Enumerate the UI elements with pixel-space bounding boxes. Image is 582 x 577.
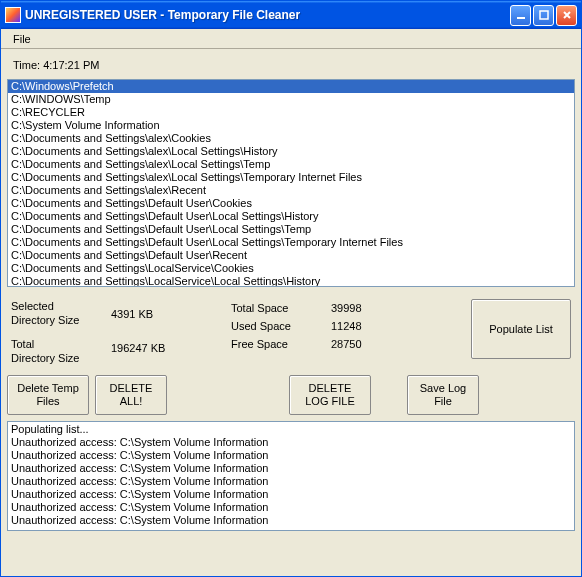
stats-values-left: 4391 KB 196247 KB <box>111 299 231 357</box>
save-log-file-button[interactable]: Save Log File <box>407 375 479 415</box>
log-line: Unauthorized access: C:\System Volume In… <box>11 449 571 462</box>
log-line: Unauthorized access: C:\System Volume In… <box>11 475 571 488</box>
list-item[interactable]: C:\Documents and Settings\alex\Local Set… <box>8 158 574 171</box>
list-item[interactable]: C:\Documents and Settings\Default User\L… <box>8 210 574 223</box>
log-line: Unauthorized access: C:\System Volume In… <box>11 514 571 527</box>
stats-labels-left: Selected Directory Size Total Directory … <box>11 299 111 365</box>
free-space-value: 28750 <box>331 335 411 353</box>
app-window: UNREGISTERED USER - Temporary File Clean… <box>0 0 582 577</box>
app-icon <box>5 7 21 23</box>
stats-labels-right: Total Space Used Space Free Space <box>231 299 331 353</box>
titlebar: UNREGISTERED USER - Temporary File Clean… <box>1 1 581 29</box>
selected-dir-size-label: Selected Directory Size <box>11 299 111 327</box>
close-icon <box>562 10 572 20</box>
log-line: Unauthorized access: C:\System Volume In… <box>11 462 571 475</box>
list-item[interactable]: C:\RECYCLER <box>8 106 574 119</box>
selected-dir-size-value: 4391 KB <box>111 305 231 323</box>
list-item[interactable]: C:\Documents and Settings\Default User\L… <box>8 236 574 249</box>
close-button[interactable] <box>556 5 577 26</box>
populate-list-button[interactable]: Populate List <box>471 299 571 359</box>
log-line: Populating list... <box>11 423 571 436</box>
log-line: Unauthorized access: C:\System Volume In… <box>11 488 571 501</box>
free-space-label: Free Space <box>231 335 331 353</box>
directory-listbox[interactable]: C:\Windows\PrefetchC:\WINDOWS\TempC:\REC… <box>7 79 575 287</box>
total-dir-size-label: Total Directory Size <box>11 337 111 365</box>
list-item[interactable]: C:\Documents and Settings\Default User\C… <box>8 197 574 210</box>
stats-values-right: 39998 11248 28750 <box>331 299 411 353</box>
list-item[interactable]: C:\System Volume Information <box>8 119 574 132</box>
stats-panel: Selected Directory Size Total Directory … <box>7 291 575 369</box>
menu-file[interactable]: File <box>7 32 37 46</box>
time-display: Time: 4:17:21 PM <box>7 55 575 75</box>
list-item[interactable]: C:\Documents and Settings\alex\Recent <box>8 184 574 197</box>
list-item[interactable]: C:\Documents and Settings\alex\Local Set… <box>8 171 574 184</box>
titlebar-buttons <box>510 5 577 26</box>
list-item[interactable]: C:\Windows\Prefetch <box>8 80 574 93</box>
delete-temp-files-button[interactable]: Delete Temp Files <box>7 375 89 415</box>
content-area: Time: 4:17:21 PM C:\Windows\PrefetchC:\W… <box>1 49 581 576</box>
log-line: Unauthorized access: C:\System Volume In… <box>11 501 571 514</box>
svg-rect-1 <box>540 11 548 19</box>
svg-rect-0 <box>517 17 525 19</box>
list-item[interactable]: C:\Documents and Settings\LocalService\L… <box>8 275 574 287</box>
list-item[interactable]: C:\WINDOWS\Temp <box>8 93 574 106</box>
list-item[interactable]: C:\Documents and Settings\alex\Local Set… <box>8 145 574 158</box>
log-line: Unauthorized access: C:\System Volume In… <box>11 436 571 449</box>
delete-log-file-button[interactable]: DELETE LOG FILE <box>289 375 371 415</box>
list-item[interactable]: C:\Documents and Settings\LocalService\C… <box>8 262 574 275</box>
menubar: File <box>1 29 581 49</box>
list-item[interactable]: C:\Documents and Settings\Default User\L… <box>8 223 574 236</box>
delete-all-button[interactable]: DELETE ALL! <box>95 375 167 415</box>
list-item[interactable]: C:\Documents and Settings\alex\Cookies <box>8 132 574 145</box>
log-textbox[interactable]: Populating list...Unauthorized access: C… <box>7 421 575 531</box>
used-space-value: 11248 <box>331 317 411 335</box>
total-space-label: Total Space <box>231 299 331 317</box>
titlebar-text: UNREGISTERED USER - Temporary File Clean… <box>25 8 510 22</box>
used-space-label: Used Space <box>231 317 331 335</box>
minimize-button[interactable] <box>510 5 531 26</box>
maximize-icon <box>539 10 549 20</box>
minimize-icon <box>516 10 526 20</box>
action-buttons-row: Delete Temp Files DELETE ALL! DELETE LOG… <box>7 373 575 417</box>
total-space-value: 39998 <box>331 299 411 317</box>
total-dir-size-value: 196247 KB <box>111 339 231 357</box>
list-item[interactable]: C:\Documents and Settings\Default User\R… <box>8 249 574 262</box>
maximize-button[interactable] <box>533 5 554 26</box>
